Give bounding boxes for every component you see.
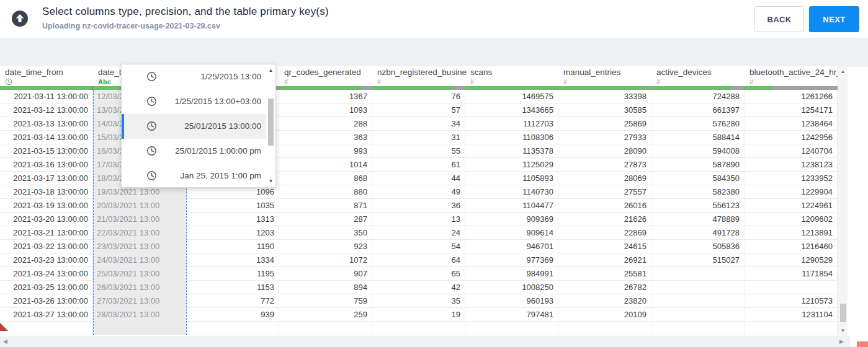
table-cell: 2021-03-23 13:00:00	[0, 253, 93, 266]
table-cell	[651, 308, 745, 321]
table-cell: 588414	[651, 131, 745, 144]
table-cell	[651, 281, 745, 294]
table-cell: 287	[279, 213, 372, 226]
table-cell: 54	[372, 240, 465, 253]
ghost-row	[0, 322, 838, 335]
column-header[interactable]: nzbn_registered_busine#	[372, 66, 465, 90]
column-type-label: #	[470, 78, 474, 86]
next-button[interactable]: NEXT	[809, 6, 859, 32]
table-cell	[745, 322, 838, 335]
table-cell: 1216460	[745, 240, 838, 253]
table-cell: 27873	[558, 158, 651, 171]
table-cell: 1238464	[745, 117, 838, 130]
table-cell: 1104477	[465, 199, 558, 212]
table-cell: 1093	[279, 103, 372, 116]
dropdown-item-1[interactable]: 1/25/2015 13:00+03:00	[122, 89, 267, 114]
table-cell: 1254171	[745, 103, 838, 116]
table-cell: 1290529	[745, 253, 838, 266]
page-title: Select columns type, precision, and the …	[42, 6, 329, 18]
scroll-right-arrow[interactable]: ▶	[839, 338, 844, 345]
table-cell: 2021-03-12 13:00:00	[0, 103, 93, 116]
column-name: manual_entries	[563, 68, 620, 77]
column-type-label: #	[563, 78, 567, 86]
column-header[interactable]: active_devices#	[651, 66, 745, 90]
dropdown-item-0[interactable]: 1/25/2015 13:00	[122, 64, 267, 89]
table-cell: 2021-03-14 13:00:00	[0, 131, 93, 144]
column-header[interactable]: qr_codes_generated#	[279, 66, 372, 90]
table-cell	[93, 322, 186, 335]
dropdown-item-label: 25/01/2015 13:00:00	[184, 121, 261, 131]
table-cell: 22869	[558, 226, 651, 239]
table-cell	[651, 322, 745, 335]
table-cell: 909614	[465, 226, 558, 239]
table-cell: 23820	[558, 294, 651, 307]
vertical-scrollbar[interactable]: ▲ ▼	[838, 66, 848, 336]
column-header[interactable]: manual_entries#	[558, 66, 651, 90]
table-row: 2021-03-20 13:00:0021/03/2021 13:0013132…	[0, 213, 838, 226]
table-cell: 27/03/2021 13:00	[93, 294, 186, 307]
table-cell: 1233952	[745, 172, 838, 185]
table-cell: 2021-03-15 13:00:00	[0, 144, 93, 157]
table-row: 2021-03-22 13:00:0023/03/2021 13:0011909…	[0, 240, 838, 253]
table-cell	[186, 322, 279, 335]
table-cell: 923	[279, 240, 372, 253]
table-cell: 2021-03-27 13:00:00	[0, 308, 93, 321]
table-cell: 977369	[465, 253, 558, 266]
page-subtitle: Uploading nz-covid-tracer-usage-2021-03-…	[42, 22, 220, 30]
dropdown-scrollbar[interactable]: ▲ ▼	[266, 64, 275, 187]
dropdown-item-4[interactable]: Jan 25, 2015 1:00 pm	[122, 164, 267, 188]
scroll-down-arrow[interactable]: ▼	[838, 328, 848, 333]
horizontal-scrollbar[interactable]: ◀ ▶	[0, 336, 850, 347]
column-header[interactable]: date_time_from	[0, 66, 93, 90]
clock-icon	[146, 121, 157, 134]
dropdown-scroll-down-arrow[interactable]: ▼	[266, 178, 275, 184]
vertical-scrollbar-thumb[interactable]	[840, 304, 846, 322]
table-cell: 1313	[186, 213, 279, 226]
table-cell: 2021-03-20 13:00:00	[0, 213, 93, 226]
table-cell: 24/03/2021 13:00	[93, 253, 186, 266]
table-cell: 24	[372, 226, 465, 239]
table-cell: 880	[279, 185, 372, 198]
dropdown-item-3[interactable]: 25/01/2015 1:00:00 pm	[122, 139, 267, 164]
table-cell: 42	[372, 281, 465, 294]
table-cell: 584350	[651, 172, 745, 185]
table-cell: 65	[372, 267, 465, 280]
table-cell: 1469575	[465, 90, 558, 103]
column-header[interactable]: scans#	[465, 66, 558, 90]
table-cell: 505836	[651, 240, 745, 253]
table-cell: 2021-03-21 13:00:00	[0, 226, 93, 239]
table-cell: 20109	[558, 308, 651, 321]
table-cell	[465, 322, 558, 335]
dropdown-item-list: 1/25/2015 13:001/25/2015 13:00+03:0025/0…	[122, 64, 275, 188]
table-cell: 993	[279, 144, 372, 157]
scroll-up-arrow[interactable]: ▲	[838, 69, 848, 74]
table-cell: 1135378	[465, 144, 558, 157]
table-cell: 1209602	[745, 213, 838, 226]
table-cell: 871	[279, 199, 372, 212]
table-cell: 772	[186, 294, 279, 307]
column-type-label: Abc	[98, 78, 111, 86]
table-cell: 28090	[558, 144, 651, 157]
column-type-label: #	[284, 78, 288, 86]
table-cell: 13	[372, 213, 465, 226]
dropdown-item-label: Jan 25, 2015 1:00 pm	[180, 171, 261, 180]
column-header[interactable]: bluetooth_active_24_hr_#	[745, 66, 838, 90]
dropdown-scroll-up-arrow[interactable]: ▲	[266, 68, 275, 73]
dropdown-item-label: 1/25/2015 13:00+03:00	[175, 97, 261, 106]
table-cell: 259	[279, 308, 372, 321]
table-cell: 984991	[465, 267, 558, 280]
column-name: qr_codes_generated	[284, 68, 361, 77]
table-cell: 55	[372, 144, 465, 157]
scroll-left-arrow[interactable]: ◀	[3, 338, 7, 345]
table-cell: 22/03/2021 13:00	[93, 226, 186, 239]
table-cell: 33398	[558, 90, 651, 103]
table-cell: 2021-03-17 13:00:00	[0, 172, 93, 185]
table-cell	[279, 322, 372, 335]
back-button[interactable]: BACK	[754, 6, 804, 32]
table-cell: 1171854	[745, 267, 838, 280]
table-cell: 1238123	[745, 158, 838, 171]
dropdown-scrollbar-thumb[interactable]	[268, 99, 274, 146]
dropdown-item-2[interactable]: 25/01/2015 13:00:00	[122, 114, 267, 139]
table-cell: 1125029	[465, 158, 558, 171]
table-cell: 64	[372, 253, 465, 266]
